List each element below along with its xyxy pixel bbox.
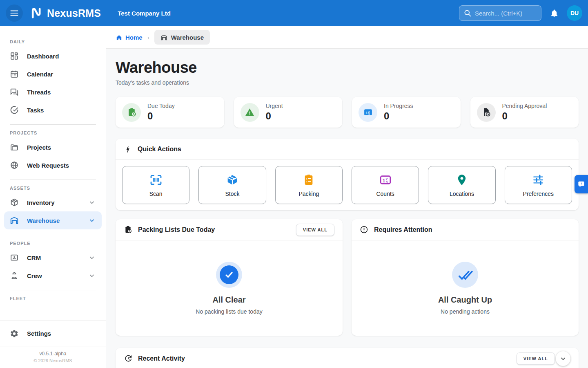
hard-hat-person-icon: [10, 271, 19, 280]
sidebar-item-label: Web Requests: [27, 162, 69, 169]
topbar: NexusRMS Test Company Ltd DU: [0, 0, 588, 26]
quick-action-label: Counts: [376, 191, 394, 197]
chevron-down-icon: [88, 216, 96, 224]
home-icon: [116, 34, 122, 41]
check-circle-icon: [216, 262, 242, 288]
section-label-fleet: FLEET: [10, 296, 96, 301]
quick-action-label: Preferences: [523, 191, 554, 197]
feedback-bubble-icon: [577, 180, 585, 188]
quick-actions-grid: Scan Stock 12 Packing: [116, 160, 579, 210]
feedback-button[interactable]: [575, 175, 588, 193]
avatar-initials: DU: [570, 10, 579, 16]
company-name: Test Company Ltd: [118, 10, 171, 17]
sidebar-item-label: Threads: [27, 89, 51, 96]
quick-actions-header: Quick Actions: [116, 139, 579, 160]
logo-n-icon: [29, 6, 43, 20]
warning-triangle-icon: [241, 103, 259, 122]
section-label-assets: ASSETS: [10, 186, 96, 191]
open-box-icon: [226, 173, 239, 186]
tally-counter-icon: 123: [379, 173, 392, 186]
bolt-icon: [124, 145, 132, 153]
search-box[interactable]: [459, 5, 541, 21]
sidebar-item-projects[interactable]: Projects: [0, 138, 106, 156]
sidebar-item-threads[interactable]: Threads: [0, 83, 106, 101]
packing-view-all-button[interactable]: VIEW ALL: [296, 224, 334, 236]
packing-lists-title: Packing Lists Due Today: [138, 226, 290, 233]
sidebar: DAILY Dashboard Calendar: [0, 26, 106, 368]
sliders-icon: [532, 173, 545, 186]
app-window: NexusRMS Test Company Ltd DU DAILY: [0, 0, 588, 368]
double-check-icon: [452, 262, 478, 288]
svg-text:1: 1: [382, 177, 385, 183]
sidebar-item-crm[interactable]: CRM: [0, 249, 106, 267]
contact-card-icon: [10, 253, 19, 262]
alert-circle-icon: [360, 225, 368, 234]
avatar[interactable]: DU: [567, 5, 582, 21]
gear-icon: [10, 329, 19, 338]
requires-attention-card: Requires Attention All Caught Up No pend…: [352, 219, 579, 336]
map-pin-icon: [455, 173, 468, 186]
clipboard-clock-icon: [122, 103, 141, 122]
page-body: Warehouse Today's tasks and operations D…: [106, 49, 588, 368]
sidebar-item-crew[interactable]: Crew: [0, 267, 106, 285]
clipboard-clock-icon: [124, 225, 132, 234]
dashboard-icon: [10, 52, 19, 61]
quick-action-preferences[interactable]: Preferences: [505, 166, 572, 204]
sidebar-item-inventory[interactable]: Inventory: [0, 193, 106, 211]
attention-empty-state: All Caught Up No pending actions: [352, 240, 579, 336]
sidebar-item-warehouse[interactable]: Warehouse: [4, 211, 102, 229]
menu-button[interactable]: [6, 4, 23, 22]
quick-actions-panel: Quick Actions Scan: [116, 139, 579, 210]
sidebar-item-label: Projects: [27, 144, 51, 151]
sidebar-item-tasks[interactable]: Tasks: [0, 101, 106, 119]
brand: NexusRMS: [27, 6, 102, 20]
sidebar-nav: DAILY Dashboard Calendar: [0, 26, 106, 320]
stat-value: 0: [502, 110, 547, 122]
requires-attention-title: Requires Attention: [374, 226, 570, 233]
sidebar-divider: [10, 235, 96, 235]
file-clock-icon: [477, 103, 496, 122]
stat-label: Urgent: [266, 103, 283, 109]
quick-action-counts[interactable]: 123 Counts: [352, 166, 419, 204]
stat-label: Due Today: [147, 103, 175, 109]
breadcrumb-home-link[interactable]: Home: [116, 34, 143, 41]
svg-text:3: 3: [368, 113, 370, 116]
recent-activity-header: Recent Activity VIEW ALL: [116, 348, 579, 368]
sidebar-item-web-requests[interactable]: Web Requests: [0, 156, 106, 174]
packing-lists-card: Packing Lists Due Today VIEW ALL All Cle…: [116, 219, 343, 336]
requires-attention-header: Requires Attention: [352, 219, 579, 240]
breadcrumb-current-warehouse[interactable]: Warehouse: [154, 30, 210, 45]
notifications-button[interactable]: [546, 4, 563, 22]
stats-row: Due Today 0 Urgent 0: [116, 97, 579, 128]
copyright: © 2026 NexusRMS: [0, 358, 106, 363]
sidebar-item-calendar[interactable]: Calendar: [0, 65, 106, 83]
sidebar-item-dashboard[interactable]: Dashboard: [0, 47, 106, 65]
breadcrumb-home-label: Home: [125, 34, 143, 41]
sidebar-item-label: CRM: [27, 254, 41, 261]
sidebar-item-settings[interactable]: Settings: [0, 321, 106, 346]
section-label-projects: PROJECTS: [10, 130, 96, 136]
section-label-people: PEOPLE: [10, 241, 96, 246]
empty-state-title: All Clear: [212, 295, 245, 305]
quick-action-scan[interactable]: Scan: [122, 166, 189, 204]
recent-view-all-button[interactable]: VIEW ALL: [517, 352, 555, 365]
warehouse-icon: [10, 216, 19, 225]
stat-card-in-progress: 123 In Progress 0: [352, 97, 461, 128]
recent-collapse-button[interactable]: [556, 351, 570, 366]
section-label-daily: DAILY: [10, 39, 96, 45]
quick-action-locations[interactable]: Locations: [428, 166, 495, 204]
sidebar-divider: [10, 124, 96, 125]
search-input[interactable]: [475, 10, 537, 17]
app-version: v0.5.1-alpha: [0, 351, 106, 357]
quick-action-stock[interactable]: Stock: [198, 166, 266, 204]
menu-icon: [9, 8, 19, 18]
task-check-icon: [10, 105, 19, 114]
tally-counter-icon: 123: [359, 103, 377, 122]
topbar-divider: [110, 6, 110, 20]
sidebar-bottom-panel: Settings v0.5.1-alpha © 2026 NexusRMS: [0, 321, 106, 368]
quick-action-label: Stock: [225, 191, 239, 197]
quick-action-packing[interactable]: 12 Packing: [275, 166, 343, 204]
quick-action-label: Scan: [149, 191, 163, 197]
sidebar-item-label: Inventory: [27, 199, 55, 206]
stat-label: Pending Approval: [502, 103, 547, 109]
